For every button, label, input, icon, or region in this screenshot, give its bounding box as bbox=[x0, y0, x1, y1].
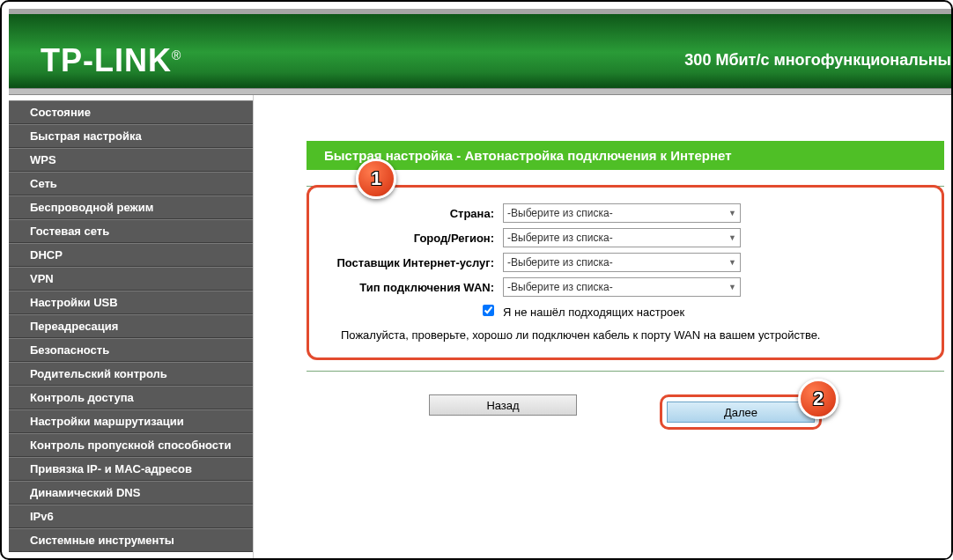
sidebar-item-ipv6[interactable]: IPv6 bbox=[9, 505, 253, 528]
header: TP-LINK® 300 Мбит/с многофункциональны bbox=[9, 9, 951, 88]
logo-reg: ® bbox=[172, 48, 181, 63]
isp-label: Поставщик Интернет-услуг: bbox=[318, 256, 503, 269]
city-label: Город/Регион: bbox=[318, 232, 503, 245]
chevron-down-icon: ▼ bbox=[728, 283, 736, 291]
form-area: Страна: -Выберите из списка- ▼ Город/Рег… bbox=[307, 185, 944, 360]
sidebar-item-parental[interactable]: Родительский контроль bbox=[9, 362, 253, 386]
wan-label: Тип подключения WAN: bbox=[318, 281, 503, 294]
sidebar-item-bandwidth[interactable]: Контроль пропускной способности bbox=[9, 433, 253, 457]
not-found-checkbox[interactable] bbox=[483, 305, 494, 316]
callout-2: 2 bbox=[798, 379, 838, 419]
sidebar-item-ddns[interactable]: Динамический DNS bbox=[9, 481, 253, 505]
content-area: Быстрая настройка - Автонастройка подклю… bbox=[254, 95, 951, 558]
country-label: Страна: bbox=[318, 207, 503, 220]
chevron-down-icon: ▼ bbox=[728, 258, 736, 267]
sidebar-item-system[interactable]: Системные инструменты bbox=[9, 528, 253, 552]
sidebar-item-usb[interactable]: Настройки USB bbox=[9, 291, 253, 314]
sidebar-item-quick-setup[interactable]: Быстрая настройка bbox=[9, 124, 253, 148]
sidebar-item-routing[interactable]: Настройки маршрутизации bbox=[9, 409, 253, 433]
isp-select[interactable]: -Выберите из списка- ▼ bbox=[503, 253, 741, 272]
header-divider bbox=[9, 88, 951, 95]
country-select[interactable]: -Выберите из списка- ▼ bbox=[503, 203, 741, 223]
wan-select-value: -Выберите из списка- bbox=[507, 281, 613, 293]
back-button[interactable]: Назад bbox=[429, 394, 577, 416]
sidebar-item-access[interactable]: Контроль доступа bbox=[9, 386, 253, 409]
callout-1: 1 bbox=[356, 158, 396, 199]
country-select-value: -Выберите из списка- bbox=[507, 207, 613, 219]
chevron-down-icon: ▼ bbox=[728, 233, 736, 242]
header-subtitle: 300 Мбит/с многофункциональны bbox=[684, 51, 951, 70]
wan-select[interactable]: -Выберите из списка- ▼ bbox=[503, 277, 741, 297]
sidebar: Состояние Быстрая настройка WPS Сеть Бес… bbox=[9, 95, 254, 558]
city-select[interactable]: -Выберите из списка- ▼ bbox=[503, 228, 741, 247]
sidebar-item-wireless[interactable]: Беспроводной режим bbox=[9, 195, 253, 219]
not-found-label: Я не нашёл подходящих настроек bbox=[503, 306, 684, 319]
form-note: Пожалуйста, проверьте, хорошо ли подключ… bbox=[318, 328, 915, 342]
sidebar-item-vpn[interactable]: VPN bbox=[9, 267, 253, 291]
next-button[interactable]: Далее bbox=[667, 402, 815, 423]
logo: TP-LINK® bbox=[41, 42, 181, 79]
logo-text: TP-LINK bbox=[41, 42, 172, 78]
sidebar-item-dhcp[interactable]: DHCP bbox=[9, 243, 253, 267]
sidebar-item-guest[interactable]: Гостевая сеть bbox=[9, 219, 253, 243]
sidebar-item-status[interactable]: Состояние bbox=[9, 100, 253, 124]
hr-line-2 bbox=[307, 371, 944, 372]
city-select-value: -Выберите из списка- bbox=[507, 232, 613, 244]
button-bar: Назад Далее bbox=[307, 394, 944, 430]
sidebar-item-ipmac[interactable]: Привязка IP- и MAC-адресов bbox=[9, 457, 253, 481]
isp-select-value: -Выберите из списка- bbox=[507, 256, 613, 269]
sidebar-item-wps[interactable]: WPS bbox=[9, 148, 253, 172]
sidebar-item-forwarding[interactable]: Переадресация bbox=[9, 314, 253, 338]
sidebar-item-security[interactable]: Безопасность bbox=[9, 338, 253, 362]
panel-title: Быстрая настройка - Автонастройка подклю… bbox=[307, 141, 944, 170]
chevron-down-icon: ▼ bbox=[728, 209, 736, 217]
sidebar-item-network[interactable]: Сеть bbox=[9, 172, 253, 195]
